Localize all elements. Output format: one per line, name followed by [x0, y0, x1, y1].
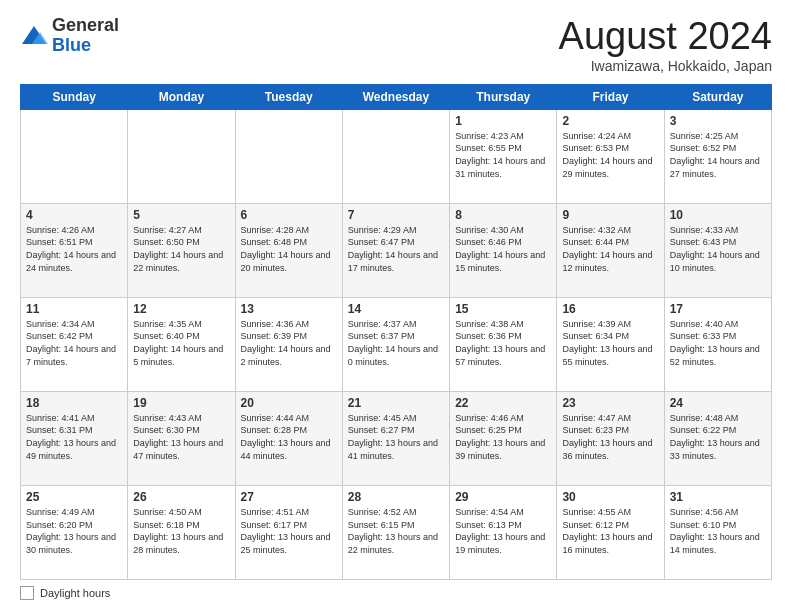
- logo-general-text: General: [52, 15, 119, 35]
- day-info: Sunrise: 4:44 AM Sunset: 6:28 PM Dayligh…: [241, 412, 337, 462]
- day-number: 29: [455, 490, 551, 504]
- calendar-week-1: 1Sunrise: 4:23 AM Sunset: 6:55 PM Daylig…: [21, 109, 772, 203]
- day-number: 2: [562, 114, 658, 128]
- calendar-cell: 31Sunrise: 4:56 AM Sunset: 6:10 PM Dayli…: [664, 485, 771, 579]
- day-info: Sunrise: 4:45 AM Sunset: 6:27 PM Dayligh…: [348, 412, 444, 462]
- logo-blue-text: Blue: [52, 35, 91, 55]
- day-number: 15: [455, 302, 551, 316]
- day-number: 13: [241, 302, 337, 316]
- day-info: Sunrise: 4:30 AM Sunset: 6:46 PM Dayligh…: [455, 224, 551, 274]
- calendar-cell: 1Sunrise: 4:23 AM Sunset: 6:55 PM Daylig…: [450, 109, 557, 203]
- day-number: 25: [26, 490, 122, 504]
- calendar-week-2: 4Sunrise: 4:26 AM Sunset: 6:51 PM Daylig…: [21, 203, 772, 297]
- day-number: 14: [348, 302, 444, 316]
- day-info: Sunrise: 4:35 AM Sunset: 6:40 PM Dayligh…: [133, 318, 229, 368]
- day-number: 12: [133, 302, 229, 316]
- calendar-cell: 24Sunrise: 4:48 AM Sunset: 6:22 PM Dayli…: [664, 391, 771, 485]
- day-info: Sunrise: 4:54 AM Sunset: 6:13 PM Dayligh…: [455, 506, 551, 556]
- day-number: 9: [562, 208, 658, 222]
- calendar-cell: 25Sunrise: 4:49 AM Sunset: 6:20 PM Dayli…: [21, 485, 128, 579]
- day-info: Sunrise: 4:39 AM Sunset: 6:34 PM Dayligh…: [562, 318, 658, 368]
- legend-box: [20, 586, 34, 600]
- day-number: 10: [670, 208, 766, 222]
- day-number: 18: [26, 396, 122, 410]
- day-number: 23: [562, 396, 658, 410]
- day-info: Sunrise: 4:47 AM Sunset: 6:23 PM Dayligh…: [562, 412, 658, 462]
- day-header-thursday: Thursday: [450, 84, 557, 109]
- calendar-cell: 19Sunrise: 4:43 AM Sunset: 6:30 PM Dayli…: [128, 391, 235, 485]
- calendar-cell: 20Sunrise: 4:44 AM Sunset: 6:28 PM Dayli…: [235, 391, 342, 485]
- day-info: Sunrise: 4:37 AM Sunset: 6:37 PM Dayligh…: [348, 318, 444, 368]
- day-number: 8: [455, 208, 551, 222]
- day-info: Sunrise: 4:51 AM Sunset: 6:17 PM Dayligh…: [241, 506, 337, 556]
- calendar-cell: 27Sunrise: 4:51 AM Sunset: 6:17 PM Dayli…: [235, 485, 342, 579]
- day-info: Sunrise: 4:41 AM Sunset: 6:31 PM Dayligh…: [26, 412, 122, 462]
- calendar-cell: 9Sunrise: 4:32 AM Sunset: 6:44 PM Daylig…: [557, 203, 664, 297]
- logo: General Blue: [20, 16, 119, 56]
- day-number: 17: [670, 302, 766, 316]
- day-number: 16: [562, 302, 658, 316]
- day-header-friday: Friday: [557, 84, 664, 109]
- day-header-monday: Monday: [128, 84, 235, 109]
- day-info: Sunrise: 4:32 AM Sunset: 6:44 PM Dayligh…: [562, 224, 658, 274]
- day-header-tuesday: Tuesday: [235, 84, 342, 109]
- calendar-cell: 29Sunrise: 4:54 AM Sunset: 6:13 PM Dayli…: [450, 485, 557, 579]
- calendar-cell: 5Sunrise: 4:27 AM Sunset: 6:50 PM Daylig…: [128, 203, 235, 297]
- day-number: 20: [241, 396, 337, 410]
- day-info: Sunrise: 4:52 AM Sunset: 6:15 PM Dayligh…: [348, 506, 444, 556]
- calendar-cell: 8Sunrise: 4:30 AM Sunset: 6:46 PM Daylig…: [450, 203, 557, 297]
- day-header-wednesday: Wednesday: [342, 84, 449, 109]
- day-info: Sunrise: 4:50 AM Sunset: 6:18 PM Dayligh…: [133, 506, 229, 556]
- calendar-cell: 3Sunrise: 4:25 AM Sunset: 6:52 PM Daylig…: [664, 109, 771, 203]
- calendar-cell: 6Sunrise: 4:28 AM Sunset: 6:48 PM Daylig…: [235, 203, 342, 297]
- day-info: Sunrise: 4:26 AM Sunset: 6:51 PM Dayligh…: [26, 224, 122, 274]
- day-info: Sunrise: 4:34 AM Sunset: 6:42 PM Dayligh…: [26, 318, 122, 368]
- calendar-cell: 7Sunrise: 4:29 AM Sunset: 6:47 PM Daylig…: [342, 203, 449, 297]
- footer: Daylight hours: [20, 586, 772, 600]
- day-number: 22: [455, 396, 551, 410]
- calendar-week-5: 25Sunrise: 4:49 AM Sunset: 6:20 PM Dayli…: [21, 485, 772, 579]
- calendar-cell: [21, 109, 128, 203]
- calendar-cell: 21Sunrise: 4:45 AM Sunset: 6:27 PM Dayli…: [342, 391, 449, 485]
- day-number: 21: [348, 396, 444, 410]
- month-title: August 2024: [559, 16, 772, 58]
- calendar-cell: 11Sunrise: 4:34 AM Sunset: 6:42 PM Dayli…: [21, 297, 128, 391]
- day-number: 26: [133, 490, 229, 504]
- day-number: 28: [348, 490, 444, 504]
- title-block: August 2024 Iwamizawa, Hokkaido, Japan: [559, 16, 772, 74]
- day-info: Sunrise: 4:23 AM Sunset: 6:55 PM Dayligh…: [455, 130, 551, 180]
- logo-icon: [20, 22, 48, 50]
- calendar-cell: 15Sunrise: 4:38 AM Sunset: 6:36 PM Dayli…: [450, 297, 557, 391]
- calendar-cell: 13Sunrise: 4:36 AM Sunset: 6:39 PM Dayli…: [235, 297, 342, 391]
- day-number: 5: [133, 208, 229, 222]
- day-info: Sunrise: 4:46 AM Sunset: 6:25 PM Dayligh…: [455, 412, 551, 462]
- calendar-cell: 22Sunrise: 4:46 AM Sunset: 6:25 PM Dayli…: [450, 391, 557, 485]
- calendar-cell: [342, 109, 449, 203]
- calendar-cell: 10Sunrise: 4:33 AM Sunset: 6:43 PM Dayli…: [664, 203, 771, 297]
- day-number: 4: [26, 208, 122, 222]
- calendar-cell: 16Sunrise: 4:39 AM Sunset: 6:34 PM Dayli…: [557, 297, 664, 391]
- day-info: Sunrise: 4:55 AM Sunset: 6:12 PM Dayligh…: [562, 506, 658, 556]
- calendar-header-row: SundayMondayTuesdayWednesdayThursdayFrid…: [21, 84, 772, 109]
- calendar-cell: 17Sunrise: 4:40 AM Sunset: 6:33 PM Dayli…: [664, 297, 771, 391]
- day-info: Sunrise: 4:27 AM Sunset: 6:50 PM Dayligh…: [133, 224, 229, 274]
- day-info: Sunrise: 4:24 AM Sunset: 6:53 PM Dayligh…: [562, 130, 658, 180]
- day-header-saturday: Saturday: [664, 84, 771, 109]
- calendar-cell: 4Sunrise: 4:26 AM Sunset: 6:51 PM Daylig…: [21, 203, 128, 297]
- calendar-table: SundayMondayTuesdayWednesdayThursdayFrid…: [20, 84, 772, 580]
- calendar-week-3: 11Sunrise: 4:34 AM Sunset: 6:42 PM Dayli…: [21, 297, 772, 391]
- header: General Blue August 2024 Iwamizawa, Hokk…: [20, 16, 772, 74]
- day-number: 1: [455, 114, 551, 128]
- day-number: 24: [670, 396, 766, 410]
- day-info: Sunrise: 4:28 AM Sunset: 6:48 PM Dayligh…: [241, 224, 337, 274]
- day-number: 27: [241, 490, 337, 504]
- calendar-cell: 28Sunrise: 4:52 AM Sunset: 6:15 PM Dayli…: [342, 485, 449, 579]
- day-info: Sunrise: 4:33 AM Sunset: 6:43 PM Dayligh…: [670, 224, 766, 274]
- page: General Blue August 2024 Iwamizawa, Hokk…: [0, 0, 792, 612]
- day-number: 19: [133, 396, 229, 410]
- legend-label: Daylight hours: [40, 587, 110, 599]
- calendar-cell: 2Sunrise: 4:24 AM Sunset: 6:53 PM Daylig…: [557, 109, 664, 203]
- location: Iwamizawa, Hokkaido, Japan: [559, 58, 772, 74]
- day-info: Sunrise: 4:25 AM Sunset: 6:52 PM Dayligh…: [670, 130, 766, 180]
- day-number: 30: [562, 490, 658, 504]
